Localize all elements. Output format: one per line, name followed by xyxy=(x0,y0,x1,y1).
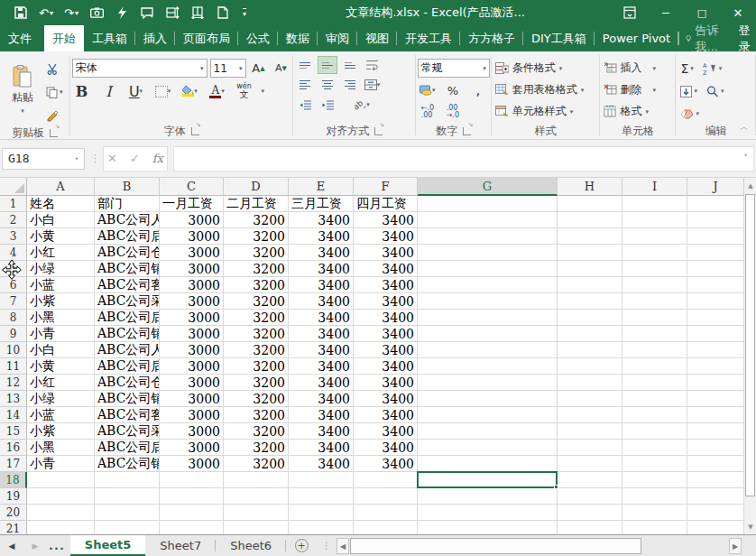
cell-B20[interactable] xyxy=(95,505,160,521)
horizontal-scroll-thumb[interactable] xyxy=(350,538,641,554)
cell-C19[interactable] xyxy=(160,488,224,505)
cell-J16[interactable] xyxy=(687,440,744,456)
cell-J4[interactable] xyxy=(687,245,744,261)
row-header-11[interactable]: 11 xyxy=(0,358,27,375)
cell-B14[interactable]: ABC公司客 xyxy=(95,407,160,423)
cell-J1[interactable] xyxy=(687,196,744,212)
insert-function-icon[interactable]: fx xyxy=(152,152,163,165)
merge-center-button[interactable]: ▾ xyxy=(363,76,383,94)
cell-B10[interactable]: ABC公司人 xyxy=(95,342,160,358)
paste-button[interactable]: 粘贴 ▾ xyxy=(2,53,43,125)
sheet-tab-sheet6[interactable]: Sheet6 xyxy=(216,535,286,556)
cell-G8[interactable] xyxy=(418,310,558,326)
cell-D10[interactable]: 3200 xyxy=(224,342,289,358)
bold-button[interactable]: B xyxy=(72,82,92,100)
cell-D1[interactable]: 二月工资 xyxy=(224,196,289,212)
cell-F15[interactable]: 3400 xyxy=(354,423,418,440)
decrease-indent-button[interactable] xyxy=(295,96,315,114)
new-document-icon[interactable] xyxy=(211,2,235,23)
cell-A6[interactable]: 小蓝 xyxy=(27,277,95,293)
font-name-dropdown-icon[interactable]: ▾ xyxy=(200,65,204,72)
cell-E12[interactable]: 3400 xyxy=(289,375,354,391)
center-button[interactable] xyxy=(318,76,337,94)
scroll-up-icon[interactable]: ▲ xyxy=(745,179,756,192)
cell-B15[interactable]: ABC公司采 xyxy=(95,423,160,440)
format-cells-dropdown-icon[interactable]: ▾ xyxy=(646,108,650,116)
tab-scroll-splitter[interactable]: ⋮ xyxy=(317,535,337,556)
undo-dropdown-icon[interactable]: ▾ xyxy=(50,9,53,17)
cell-I6[interactable] xyxy=(622,277,687,293)
cell-D2[interactable]: 3200 xyxy=(224,212,289,228)
cell-I17[interactable] xyxy=(622,456,687,472)
cell-styles-dropdown-icon[interactable]: ▾ xyxy=(570,108,574,116)
row-header-17[interactable]: 17 xyxy=(0,456,27,472)
cell-I7[interactable] xyxy=(622,293,687,310)
cell-F16[interactable]: 3400 xyxy=(354,440,418,456)
cell-I2[interactable] xyxy=(622,212,687,228)
cell-G7[interactable] xyxy=(418,293,558,310)
cell-B8[interactable]: ABC公司后 xyxy=(95,310,160,326)
name-box[interactable]: G18 ▾ xyxy=(2,148,85,170)
row-header-1[interactable]: 1 xyxy=(0,196,27,212)
cell-H15[interactable] xyxy=(558,423,622,440)
font-color-button[interactable]: A ▾ xyxy=(207,82,227,100)
cell-C21[interactable] xyxy=(160,521,224,534)
cell-B5[interactable]: ABC公司销 xyxy=(95,261,160,277)
more-sheets-button[interactable]: ... xyxy=(47,535,70,556)
cell-J18[interactable] xyxy=(687,472,744,488)
ribbon-tab-10[interactable]: 方方格子 xyxy=(460,25,523,51)
cell-E9[interactable]: 3400 xyxy=(289,326,354,342)
comma-style-button[interactable]: , xyxy=(468,81,488,99)
cell-J2[interactable] xyxy=(687,212,744,228)
cell-E15[interactable]: 3400 xyxy=(289,423,354,440)
cell-I16[interactable] xyxy=(622,440,687,456)
cell-C15[interactable]: 3000 xyxy=(160,423,224,440)
row-header-18[interactable]: 18 xyxy=(0,472,27,488)
cell-C16[interactable]: 3000 xyxy=(160,440,224,456)
cell-D19[interactable] xyxy=(224,488,289,505)
cell-B16[interactable]: ABC公司后 xyxy=(95,440,160,456)
cell-C10[interactable]: 3000 xyxy=(160,342,224,358)
number-format-dropdown-icon[interactable]: ▾ xyxy=(483,65,486,72)
column-header-B[interactable]: B xyxy=(95,178,160,196)
cell-A16[interactable]: 小黑 xyxy=(27,440,95,456)
cell-I15[interactable] xyxy=(622,423,687,440)
row-header-14[interactable]: 14 xyxy=(0,407,27,423)
cell-E7[interactable]: 3400 xyxy=(289,293,354,310)
redo-dropdown-icon[interactable]: ▾ xyxy=(75,9,78,17)
font-dialog-launcher-icon[interactable] xyxy=(191,127,199,135)
cell-J7[interactable] xyxy=(687,293,744,310)
cell-J6[interactable] xyxy=(687,277,744,293)
borders-button[interactable]: ▾ xyxy=(153,82,173,100)
sort-filter-dropdown-icon[interactable]: ▾ xyxy=(719,65,723,72)
autosum-dropdown-icon[interactable]: ▾ xyxy=(690,65,694,72)
column-header-J[interactable]: J xyxy=(687,178,744,196)
new-sheet-button[interactable]: + xyxy=(286,535,317,556)
ribbon-tab-4[interactable]: 页面布局 xyxy=(175,25,238,51)
cell-B2[interactable]: ABC公司人 xyxy=(95,212,160,228)
cell-D16[interactable]: 3200 xyxy=(224,440,289,456)
cell-A9[interactable]: 小青 xyxy=(27,326,95,342)
cell-H8[interactable] xyxy=(558,310,622,326)
cell-C18[interactable] xyxy=(160,472,224,488)
cell-D21[interactable] xyxy=(224,521,289,534)
accounting-format-button[interactable]: ▾ xyxy=(418,81,438,99)
number-format-combo[interactable]: 常规 ▾ xyxy=(418,59,490,78)
customize-qat-icon[interactable]: ▾ xyxy=(236,2,253,23)
delete-cells-button[interactable]: 删除 ▾ xyxy=(602,80,675,99)
row-height-icon[interactable] xyxy=(161,2,184,23)
cell-J5[interactable] xyxy=(687,261,744,277)
find-select-dropdown-icon[interactable]: ▾ xyxy=(721,88,724,95)
cell-A10[interactable]: 小白 xyxy=(27,342,95,358)
cell-A2[interactable]: 小白 xyxy=(27,212,95,228)
cell-G17[interactable] xyxy=(418,456,558,472)
align-left-button[interactable] xyxy=(295,76,315,94)
cell-E5[interactable]: 3400 xyxy=(289,261,354,277)
paste-dropdown-icon[interactable]: ▾ xyxy=(21,107,24,115)
cell-C7[interactable]: 3000 xyxy=(160,293,224,310)
row-header-7[interactable]: 7 xyxy=(0,293,27,310)
orientation-button[interactable]: ab ▾ xyxy=(353,96,373,114)
cell-H11[interactable] xyxy=(558,358,622,375)
cell-H2[interactable] xyxy=(558,212,622,228)
cell-C5[interactable]: 3000 xyxy=(160,261,224,277)
